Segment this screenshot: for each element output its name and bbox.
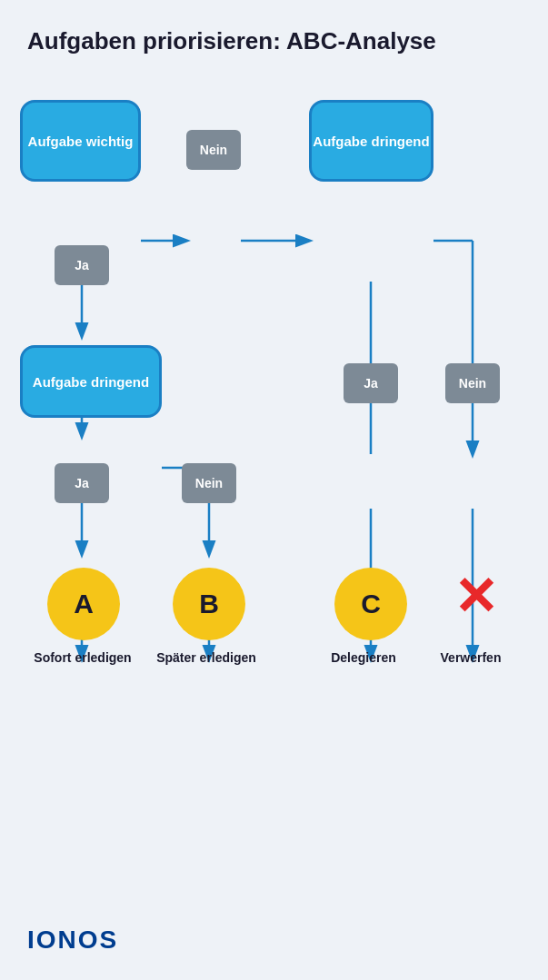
box-nein-top: Nein xyxy=(186,130,241,170)
label-spaeter: Später erledigen xyxy=(147,649,265,666)
box-aufgabe-wichtig: Aufgabe wichtig xyxy=(20,100,141,182)
ionos-logo: IONOS xyxy=(27,926,118,955)
box-nein-right: Nein xyxy=(445,363,500,403)
circle-a: A xyxy=(47,568,120,640)
circle-c: C xyxy=(334,568,407,640)
box-ja-left: Ja xyxy=(55,245,109,285)
cross-icon: ✕ xyxy=(439,560,512,633)
label-delegieren: Delegieren xyxy=(318,649,409,666)
label-verwerfen: Verwerfen xyxy=(425,649,516,666)
label-sofort: Sofort erledigen xyxy=(24,649,142,666)
circle-b: B xyxy=(173,568,245,640)
box-nein-bottom-mid: Nein xyxy=(182,463,236,503)
box-ja-bottom-left: Ja xyxy=(55,463,109,503)
page-title: Aufgaben priorisieren: ABC-Analyse xyxy=(27,27,530,55)
box-ja-right: Ja xyxy=(344,363,398,403)
box-aufgabe-dringend-mid: Aufgabe dringend xyxy=(20,345,162,418)
page-container: Aufgaben priorisieren: ABC-Analyse xyxy=(0,0,548,980)
box-aufgabe-dringend-top: Aufgabe dringend xyxy=(309,100,433,182)
